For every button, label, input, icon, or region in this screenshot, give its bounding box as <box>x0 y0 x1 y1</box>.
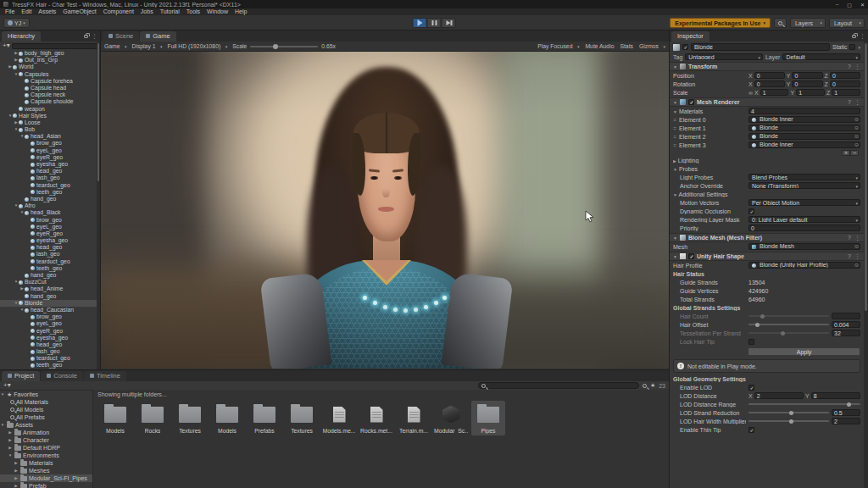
rendering-layer-mask-dropdown[interactable]: 0: Light Layer default <box>748 216 860 224</box>
priority-field[interactable]: 0 <box>748 225 860 232</box>
help-icon[interactable]: ? <box>848 235 851 241</box>
material-field[interactable]: Blonde <box>748 125 860 132</box>
pause-button[interactable] <box>427 18 442 28</box>
rotation-x-field[interactable]: 0 <box>754 80 785 88</box>
hierarchy-item[interactable]: brow_geo <box>0 313 100 320</box>
create-asset-button[interactable]: +▾ <box>3 382 11 389</box>
hierarchy-item[interactable]: head_geo <box>0 168 100 175</box>
project-tree-item[interactable]: ▶ Default HDRP <box>0 444 92 452</box>
kebab-menu-icon[interactable]: ⋮ <box>854 235 860 241</box>
hair-count-field[interactable] <box>832 313 860 320</box>
menu-item[interactable]: Tools <box>183 8 203 15</box>
lod-strand-reduction-field[interactable]: 0.5 <box>832 409 860 417</box>
hierarchy-item[interactable]: ▶ Out_Iris_Grp <box>0 57 100 64</box>
favorite-item[interactable]: All Materials <box>0 398 92 406</box>
hierarchy-item[interactable]: ▼ head_Caucasian <box>0 307 100 313</box>
assets-root[interactable]: ▼ Assets <box>0 421 92 429</box>
hierarchy-item[interactable]: eyesha_geo <box>0 161 100 168</box>
display-dropdown[interactable]: Display 1 <box>132 43 163 49</box>
hierarchy-item[interactable]: ▼ Hair Styles <box>0 113 100 119</box>
foldout-arrow-icon[interactable]: ▶ <box>14 482 19 488</box>
experimental-packages-button[interactable]: Experimental Packages In Use <box>670 18 771 28</box>
hierarchy-item[interactable]: eyeL_geo <box>0 320 100 327</box>
project-tree-item[interactable]: ▶ Materials <box>0 459 92 467</box>
hierarchy-item[interactable]: head_geo <box>0 341 100 348</box>
scale-z-field[interactable]: 1 <box>832 89 860 97</box>
hierarchy-item[interactable]: ▼ Bob <box>0 126 100 133</box>
hierarchy-item[interactable]: ▼ Afro <box>0 202 100 209</box>
hierarchy-item[interactable]: lash_geo <box>0 251 100 258</box>
bottom-tab[interactable]: Timeline <box>84 371 126 381</box>
menu-item[interactable]: Tutorial <box>157 8 183 15</box>
hierarchy-item[interactable]: ▶ World <box>0 64 100 70</box>
name-field[interactable]: Blonde <box>691 43 830 51</box>
active-checkbox[interactable] <box>682 44 688 50</box>
menu-item[interactable]: Edit <box>18 8 35 15</box>
remove-material-button[interactable]: − <box>850 150 859 156</box>
hierarchy-item[interactable]: ▼ BuzzCut <box>0 279 100 286</box>
project-asset[interactable]: Prefabs <box>248 401 281 435</box>
project-asset[interactable]: Rocks.met... <box>359 401 393 435</box>
foldout-arrow-icon[interactable]: ▶ <box>8 429 13 436</box>
foldout-arrow-icon[interactable]: ▼ <box>0 391 5 398</box>
hierarchy-item[interactable]: brow_geo <box>0 140 100 147</box>
hierarchy-item[interactable]: hand_geo <box>0 272 100 279</box>
hierarchy-item[interactable]: lash_geo <box>0 348 100 355</box>
static-checkbox[interactable] <box>849 44 855 50</box>
position-x-field[interactable]: 0 <box>754 72 785 80</box>
foldout-arrow-icon[interactable]: ▶ <box>14 467 19 474</box>
help-icon[interactable]: ? <box>848 253 851 260</box>
foldout-arrow-icon[interactable]: ▶ <box>673 158 676 164</box>
scale-slider[interactable] <box>250 46 318 47</box>
hierarchy-item[interactable]: tearduct_geo <box>0 182 100 189</box>
position-z-field[interactable]: 0 <box>830 72 860 80</box>
hierarchy-item[interactable]: head_geo <box>0 244 100 251</box>
anchor-override-dropdown[interactable]: None (Transform) <box>748 182 860 190</box>
step-button[interactable] <box>442 18 456 28</box>
material-field[interactable]: Blonde Inner <box>748 141 860 149</box>
add-object-button[interactable]: +▾ <box>3 42 10 49</box>
drag-handle-icon[interactable]: = <box>673 125 676 131</box>
hierarchy-item[interactable]: Capsule head <box>0 85 100 92</box>
menu-item[interactable]: Window <box>203 8 231 15</box>
project-asset[interactable]: Terrain.m... <box>397 401 431 435</box>
favorites-root[interactable]: ▼ ★ Favorites <box>0 391 92 398</box>
mesh-field[interactable]: Blonde Mesh <box>748 243 860 251</box>
component-enabled-checkbox[interactable] <box>688 99 694 105</box>
drag-handle-icon[interactable]: = <box>673 142 676 148</box>
foldout-arrow-icon[interactable]: ▶ <box>8 436 13 444</box>
materials-count-field[interactable]: 4 <box>748 108 860 115</box>
close-button[interactable] <box>860 2 865 8</box>
foldout-arrow-icon[interactable]: ▶ <box>8 444 13 452</box>
dynamic-occlusion-checkbox[interactable] <box>748 208 754 214</box>
material-field[interactable]: Blonde Inner <box>748 116 860 124</box>
mesh-renderer-header[interactable]: ▼ Mesh Renderer ?⋮ <box>670 97 864 107</box>
stats-toggle[interactable]: Stats <box>620 43 633 49</box>
menu-item[interactable]: Help <box>231 8 250 15</box>
hierarchy-item[interactable]: weapon <box>0 106 100 113</box>
scale-link-icon[interactable]: ∞ <box>748 90 753 96</box>
motion-vectors-dropdown[interactable]: Per Object Motion <box>748 199 860 207</box>
drag-handle-icon[interactable]: = <box>673 134 676 140</box>
foldout-arrow-icon[interactable]: ▼ <box>673 236 677 241</box>
kebab-menu-icon[interactable]: ⋮ <box>854 99 860 106</box>
tab-inspector[interactable]: Inspector <box>671 31 709 42</box>
project-tree-item[interactable]: ▶ Character <box>0 436 92 444</box>
foldout-arrow-icon[interactable]: ▼ <box>8 452 13 459</box>
bottom-tab[interactable]: Console <box>41 371 83 381</box>
project-tree-item[interactable]: ▶ Modular_Sci-FI_Pipes <box>0 474 92 482</box>
tessellation-slider[interactable] <box>748 330 829 336</box>
hierarchy-item[interactable]: lash_geo <box>0 175 100 181</box>
lod-hair-width-field[interactable]: 2 <box>832 418 860 425</box>
lock-hair-tip-checkbox[interactable] <box>748 339 754 345</box>
view-mode-dropdown[interactable]: Game <box>104 43 127 49</box>
lod-distance-x-field[interactable]: 2 <box>754 392 804 400</box>
search-by-type-icon[interactable] <box>643 384 647 388</box>
layer-dropdown[interactable]: Default <box>782 53 860 61</box>
lock-icon[interactable] <box>84 35 88 38</box>
hierarchy-item[interactable]: ▼ head_Black <box>0 209 100 216</box>
help-icon[interactable]: ? <box>848 99 851 106</box>
hair-count-slider[interactable] <box>748 313 829 319</box>
project-asset[interactable]: Models <box>98 401 132 435</box>
favorite-item[interactable]: All Models <box>0 406 92 413</box>
